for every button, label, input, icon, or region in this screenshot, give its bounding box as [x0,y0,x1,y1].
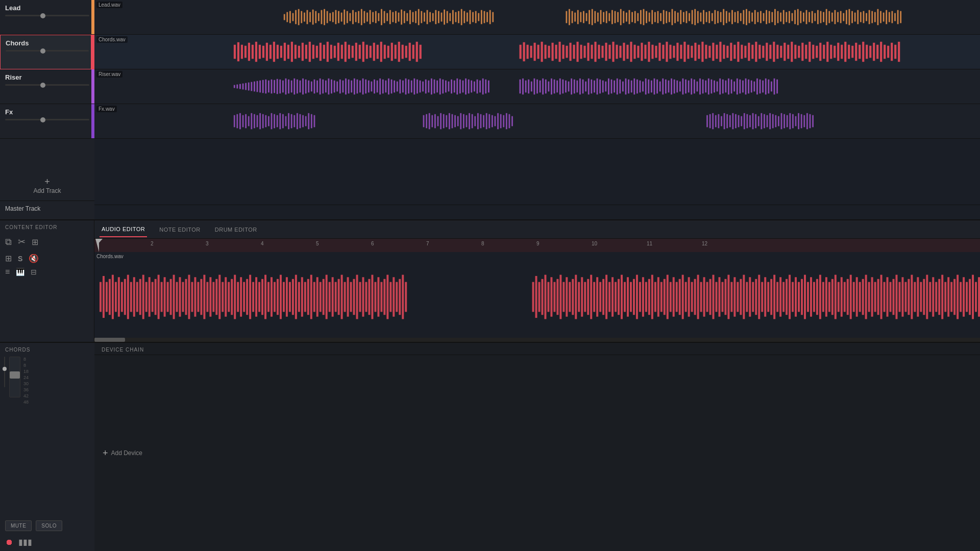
svg-rect-131 [728,13,730,22]
tab-note-editor[interactable]: Note Editor [157,222,202,237]
svg-rect-248 [530,46,532,58]
svg-rect-321 [791,42,793,62]
svg-rect-123 [706,12,707,22]
svg-rect-599 [721,116,722,127]
svg-rect-655 [170,279,172,315]
svg-rect-356 [245,83,247,90]
svg-rect-177 [860,12,862,22]
add-device-button[interactable]: + Add Device [103,448,142,459]
svg-rect-359 [254,82,255,92]
svg-rect-800 [737,282,739,312]
merge-icon[interactable]: ⊞ [32,237,38,247]
record-icon[interactable]: ⏺ [5,538,13,547]
svg-rect-70 [484,11,485,23]
chords-waveform-svg: /* generated inline rects */ [94,35,980,69]
svg-rect-481 [631,81,632,93]
mute-wave-icon[interactable]: 🔇 [29,254,39,263]
svg-rect-871 [953,279,955,315]
svg-rect-311 [755,42,757,62]
track-riser[interactable]: Riser [0,69,94,104]
audio-scrollbar-thumb[interactable] [94,338,125,342]
piano-icon[interactable]: 🎹 [16,268,24,276]
svg-rect-875 [966,282,968,312]
svg-rect-262 [580,45,582,59]
svg-rect-515 [728,79,729,95]
svg-rect-300 [716,45,718,59]
svg-rect-171 [843,13,844,21]
svg-rect-357 [248,83,250,91]
svg-rect-650 [155,279,157,315]
cut-icon[interactable]: ✂ [18,236,26,247]
add-track-button[interactable]: + Add Track [0,170,94,201]
svg-rect-112 [674,11,676,23]
svg-rect-272 [616,45,618,59]
svg-rect-163 [820,11,822,23]
svg-rect-401 [374,80,375,94]
svg-rect-19 [338,11,339,23]
text-icon[interactable]: S [18,255,22,263]
audio-scrollbar[interactable] [94,338,980,342]
svg-rect-94 [623,11,624,23]
svg-rect-823 [807,282,809,312]
svg-rect-764 [627,277,629,316]
audio-editor-waveform-svg [94,252,980,342]
svg-rect-85 [597,13,599,22]
svg-rect-246 [523,42,525,61]
mixer-icon[interactable]: ▮▮▮ [18,537,32,547]
volume-slider-thumb[interactable] [3,367,7,371]
tab-audio-editor[interactable]: Audio Editor [100,222,147,237]
duplicate-icon[interactable]: ⧉ [5,237,12,247]
svg-rect-473 [608,79,609,95]
track-riser-fader[interactable] [5,84,89,86]
track-chords-fader[interactable] [6,50,89,52]
tab-drum-editor[interactable]: Drum Editor [213,222,259,237]
master-track[interactable]: Master Track [0,201,94,219]
riser-clip-label: Riser.wav [96,71,122,78]
channel-fader[interactable] [9,357,20,397]
device-chain-title: DEVICE CHAIN [94,343,980,355]
track-fx-fader[interactable] [5,119,89,120]
svg-rect-368 [279,80,281,94]
track-fx[interactable]: Fx [0,104,94,139]
svg-rect-377 [305,80,307,94]
channel-fader-thumb[interactable] [10,371,20,379]
track-chords[interactable]: Chords [0,35,94,69]
svg-rect-152 [789,11,790,23]
svg-rect-774 [657,277,659,316]
mute-button[interactable]: MUTE [5,520,32,531]
track-lead-fader[interactable] [5,15,89,16]
svg-rect-856 [908,279,910,315]
grid-icon[interactable]: ⊞ [5,254,12,263]
editor-tabs: Audio Editor Note Editor Drum Editor [94,220,980,239]
audio-editor-waveform: Chords.wav [94,252,980,342]
equalizer-icon[interactable]: ≡ [5,267,10,277]
svg-rect-317 [776,45,778,59]
audio-clip-name: Chords.wav [96,254,124,259]
solo-button[interactable]: SOLO [36,520,62,531]
svg-rect-361 [259,81,261,93]
svg-rect-442 [520,80,521,94]
svg-rect-175 [854,13,856,22]
svg-rect-756 [602,279,604,315]
svg-rect-572 [452,114,453,129]
svg-rect-749 [581,277,583,316]
svg-rect-399 [368,81,370,93]
svg-rect-9 [309,12,311,22]
svg-rect-486 [645,79,647,95]
svg-rect-759 [611,277,614,316]
svg-rect-853 [898,282,900,312]
svg-rect-489 [654,79,655,95]
svg-rect-392 [348,80,350,94]
svg-rect-309 [748,43,750,61]
grid2-icon[interactable]: ⊟ [31,268,37,276]
svg-rect-146 [771,12,773,22]
track-lead[interactable]: Lead [0,0,94,35]
svg-rect-568 [440,113,442,130]
svg-rect-716 [356,275,358,319]
svg-rect-30 [370,10,371,24]
svg-rect-812 [773,275,775,319]
svg-rect-454 [554,80,555,94]
svg-rect-425 [442,80,444,94]
svg-rect-283 [655,46,657,58]
svg-rect-173 [849,9,850,26]
